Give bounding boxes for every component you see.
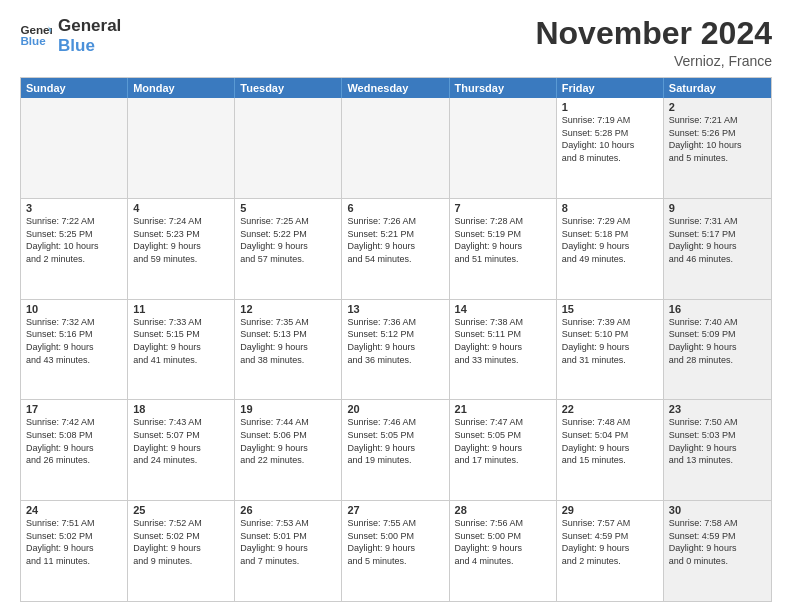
calendar-cell: 4Sunrise: 7:24 AM Sunset: 5:23 PM Daylig…: [128, 199, 235, 299]
logo-line2: Blue: [58, 36, 121, 56]
header: General Blue General Blue November 2024 …: [20, 16, 772, 69]
day-number: 27: [347, 504, 443, 516]
calendar: SundayMondayTuesdayWednesdayThursdayFrid…: [20, 77, 772, 602]
day-number: 24: [26, 504, 122, 516]
calendar-header-cell: Wednesday: [342, 78, 449, 98]
logo-line1: General: [58, 16, 121, 36]
calendar-cell: 11Sunrise: 7:33 AM Sunset: 5:15 PM Dayli…: [128, 300, 235, 400]
day-number: 29: [562, 504, 658, 516]
day-number: 15: [562, 303, 658, 315]
day-info: Sunrise: 7:57 AM Sunset: 4:59 PM Dayligh…: [562, 517, 658, 567]
day-number: 17: [26, 403, 122, 415]
day-number: 2: [669, 101, 766, 113]
page: General Blue General Blue November 2024 …: [0, 0, 792, 612]
calendar-cell: 21Sunrise: 7:47 AM Sunset: 5:05 PM Dayli…: [450, 400, 557, 500]
day-number: 4: [133, 202, 229, 214]
day-number: 19: [240, 403, 336, 415]
calendar-header-cell: Tuesday: [235, 78, 342, 98]
day-number: 18: [133, 403, 229, 415]
title-area: November 2024 Vernioz, France: [535, 16, 772, 69]
day-number: 5: [240, 202, 336, 214]
calendar-cell: 19Sunrise: 7:44 AM Sunset: 5:06 PM Dayli…: [235, 400, 342, 500]
calendar-cell: 27Sunrise: 7:55 AM Sunset: 5:00 PM Dayli…: [342, 501, 449, 601]
day-number: 13: [347, 303, 443, 315]
day-info: Sunrise: 7:21 AM Sunset: 5:26 PM Dayligh…: [669, 114, 766, 164]
calendar-cell: 16Sunrise: 7:40 AM Sunset: 5:09 PM Dayli…: [664, 300, 771, 400]
calendar-header-cell: Sunday: [21, 78, 128, 98]
day-info: Sunrise: 7:40 AM Sunset: 5:09 PM Dayligh…: [669, 316, 766, 366]
day-info: Sunrise: 7:39 AM Sunset: 5:10 PM Dayligh…: [562, 316, 658, 366]
calendar-cell: 6Sunrise: 7:26 AM Sunset: 5:21 PM Daylig…: [342, 199, 449, 299]
day-info: Sunrise: 7:44 AM Sunset: 5:06 PM Dayligh…: [240, 416, 336, 466]
day-info: Sunrise: 7:42 AM Sunset: 5:08 PM Dayligh…: [26, 416, 122, 466]
location: Vernioz, France: [535, 53, 772, 69]
day-number: 26: [240, 504, 336, 516]
calendar-cell: 18Sunrise: 7:43 AM Sunset: 5:07 PM Dayli…: [128, 400, 235, 500]
calendar-header-cell: Friday: [557, 78, 664, 98]
day-number: 20: [347, 403, 443, 415]
calendar-cell: [235, 98, 342, 198]
calendar-cell: 1Sunrise: 7:19 AM Sunset: 5:28 PM Daylig…: [557, 98, 664, 198]
calendar-cell: 13Sunrise: 7:36 AM Sunset: 5:12 PM Dayli…: [342, 300, 449, 400]
calendar-row: 3Sunrise: 7:22 AM Sunset: 5:25 PM Daylig…: [21, 198, 771, 299]
day-info: Sunrise: 7:33 AM Sunset: 5:15 PM Dayligh…: [133, 316, 229, 366]
day-info: Sunrise: 7:51 AM Sunset: 5:02 PM Dayligh…: [26, 517, 122, 567]
svg-text:Blue: Blue: [20, 34, 46, 47]
calendar-cell: 22Sunrise: 7:48 AM Sunset: 5:04 PM Dayli…: [557, 400, 664, 500]
day-number: 9: [669, 202, 766, 214]
day-number: 14: [455, 303, 551, 315]
calendar-cell: 2Sunrise: 7:21 AM Sunset: 5:26 PM Daylig…: [664, 98, 771, 198]
day-number: 6: [347, 202, 443, 214]
month-title: November 2024: [535, 16, 772, 51]
day-info: Sunrise: 7:52 AM Sunset: 5:02 PM Dayligh…: [133, 517, 229, 567]
calendar-row: 24Sunrise: 7:51 AM Sunset: 5:02 PM Dayli…: [21, 500, 771, 601]
day-number: 8: [562, 202, 658, 214]
calendar-body: 1Sunrise: 7:19 AM Sunset: 5:28 PM Daylig…: [21, 98, 771, 601]
day-info: Sunrise: 7:47 AM Sunset: 5:05 PM Dayligh…: [455, 416, 551, 466]
day-number: 16: [669, 303, 766, 315]
calendar-cell: 20Sunrise: 7:46 AM Sunset: 5:05 PM Dayli…: [342, 400, 449, 500]
calendar-header-cell: Thursday: [450, 78, 557, 98]
day-number: 22: [562, 403, 658, 415]
day-number: 30: [669, 504, 766, 516]
day-number: 12: [240, 303, 336, 315]
day-number: 3: [26, 202, 122, 214]
day-number: 28: [455, 504, 551, 516]
calendar-cell: [21, 98, 128, 198]
day-info: Sunrise: 7:55 AM Sunset: 5:00 PM Dayligh…: [347, 517, 443, 567]
day-info: Sunrise: 7:31 AM Sunset: 5:17 PM Dayligh…: [669, 215, 766, 265]
calendar-cell: 25Sunrise: 7:52 AM Sunset: 5:02 PM Dayli…: [128, 501, 235, 601]
day-number: 21: [455, 403, 551, 415]
day-info: Sunrise: 7:25 AM Sunset: 5:22 PM Dayligh…: [240, 215, 336, 265]
day-info: Sunrise: 7:24 AM Sunset: 5:23 PM Dayligh…: [133, 215, 229, 265]
day-info: Sunrise: 7:53 AM Sunset: 5:01 PM Dayligh…: [240, 517, 336, 567]
logo-icon: General Blue: [20, 22, 52, 50]
calendar-cell: [450, 98, 557, 198]
calendar-cell: 9Sunrise: 7:31 AM Sunset: 5:17 PM Daylig…: [664, 199, 771, 299]
day-info: Sunrise: 7:48 AM Sunset: 5:04 PM Dayligh…: [562, 416, 658, 466]
calendar-cell: 10Sunrise: 7:32 AM Sunset: 5:16 PM Dayli…: [21, 300, 128, 400]
day-info: Sunrise: 7:43 AM Sunset: 5:07 PM Dayligh…: [133, 416, 229, 466]
calendar-cell: 8Sunrise: 7:29 AM Sunset: 5:18 PM Daylig…: [557, 199, 664, 299]
calendar-cell: 26Sunrise: 7:53 AM Sunset: 5:01 PM Dayli…: [235, 501, 342, 601]
day-info: Sunrise: 7:36 AM Sunset: 5:12 PM Dayligh…: [347, 316, 443, 366]
calendar-header: SundayMondayTuesdayWednesdayThursdayFrid…: [21, 78, 771, 98]
calendar-header-cell: Monday: [128, 78, 235, 98]
calendar-cell: 12Sunrise: 7:35 AM Sunset: 5:13 PM Dayli…: [235, 300, 342, 400]
day-number: 10: [26, 303, 122, 315]
day-number: 25: [133, 504, 229, 516]
day-info: Sunrise: 7:46 AM Sunset: 5:05 PM Dayligh…: [347, 416, 443, 466]
day-info: Sunrise: 7:19 AM Sunset: 5:28 PM Dayligh…: [562, 114, 658, 164]
day-info: Sunrise: 7:58 AM Sunset: 4:59 PM Dayligh…: [669, 517, 766, 567]
day-number: 23: [669, 403, 766, 415]
day-number: 1: [562, 101, 658, 113]
calendar-cell: [128, 98, 235, 198]
calendar-cell: 30Sunrise: 7:58 AM Sunset: 4:59 PM Dayli…: [664, 501, 771, 601]
calendar-cell: 15Sunrise: 7:39 AM Sunset: 5:10 PM Dayli…: [557, 300, 664, 400]
calendar-cell: 29Sunrise: 7:57 AM Sunset: 4:59 PM Dayli…: [557, 501, 664, 601]
calendar-cell: 3Sunrise: 7:22 AM Sunset: 5:25 PM Daylig…: [21, 199, 128, 299]
day-info: Sunrise: 7:26 AM Sunset: 5:21 PM Dayligh…: [347, 215, 443, 265]
day-number: 11: [133, 303, 229, 315]
day-number: 7: [455, 202, 551, 214]
calendar-row: 10Sunrise: 7:32 AM Sunset: 5:16 PM Dayli…: [21, 299, 771, 400]
